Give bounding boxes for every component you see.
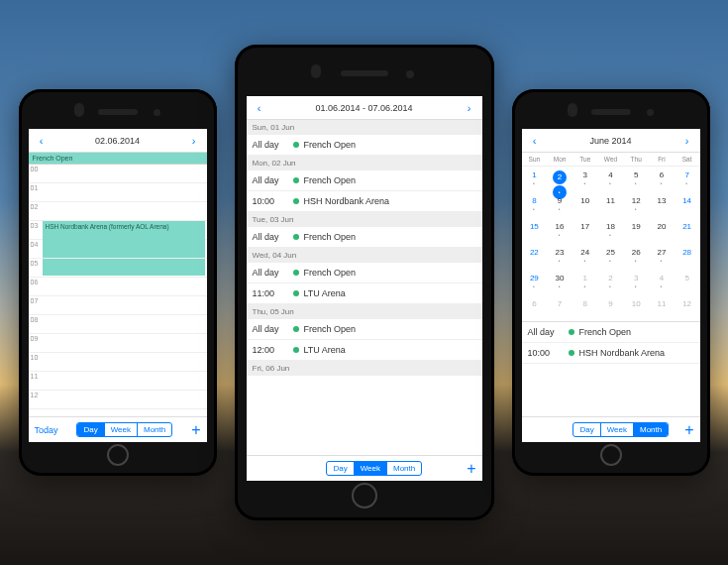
month-cell[interactable]: 20	[649, 218, 675, 244]
month-cell[interactable]: 13	[649, 192, 675, 218]
tab-month[interactable]: Month	[386, 462, 421, 475]
hour-row[interactable]: 00	[29, 165, 207, 183]
month-cell[interactable]: 21	[675, 218, 700, 244]
hour-row[interactable]: 11	[29, 372, 207, 391]
event-time: All day	[253, 324, 288, 334]
week-event-row[interactable]: 12:00LTU Arena	[247, 340, 482, 361]
month-cell[interactable]: 17	[572, 218, 598, 244]
week-section-header: Sun, 01 Jun	[247, 120, 482, 135]
add-button[interactable]: +	[684, 421, 693, 439]
month-cell[interactable]: 1•	[572, 270, 598, 295]
hour-row[interactable]: 12	[29, 391, 207, 409]
month-cell[interactable]: 7	[547, 295, 572, 321]
month-event-row[interactable]: 10:00HSH Nordbank Arena	[522, 343, 700, 364]
month-cell[interactable]: 6•	[649, 167, 675, 192]
month-cell[interactable]: 10	[623, 295, 649, 321]
event-title: French Open	[304, 175, 357, 185]
tab-week[interactable]: Week	[104, 423, 137, 436]
month-cell[interactable]: 22	[522, 244, 548, 270]
next-button[interactable]: ›	[679, 134, 693, 148]
month-cell[interactable]: 6	[522, 295, 548, 321]
add-button[interactable]: +	[191, 421, 200, 439]
month-cell[interactable]: 3•	[623, 270, 649, 295]
month-cell[interactable]: 11	[649, 295, 675, 321]
hour-row[interactable]: 08	[29, 315, 207, 334]
event-time: All day	[253, 232, 288, 242]
home-button[interactable]	[600, 444, 622, 466]
month-header: ‹ June 2014 ›	[522, 129, 700, 153]
allday-event[interactable]: French Open	[29, 153, 207, 165]
hour-row[interactable]: 07	[29, 296, 207, 315]
today-button[interactable]: Today	[35, 425, 58, 435]
event-time: 10:00	[528, 348, 564, 358]
month-cell[interactable]: 7•	[675, 167, 700, 192]
month-cell[interactable]: 1•	[522, 167, 548, 192]
week-event-row[interactable]: All dayFrench Open	[247, 135, 482, 156]
week-event-row[interactable]: All dayFrench Open	[247, 319, 482, 340]
month-cell[interactable]: 10	[572, 192, 598, 218]
hour-row[interactable]: 09	[29, 334, 207, 353]
week-event-row[interactable]: All dayFrench Open	[247, 263, 482, 283]
month-cell[interactable]: 29•	[522, 270, 548, 295]
month-cell[interactable]: 18•	[598, 218, 624, 244]
tab-month[interactable]: Month	[137, 423, 171, 436]
prev-button[interactable]: ‹	[528, 134, 542, 148]
prev-button[interactable]: ‹	[253, 101, 266, 115]
month-cell[interactable]: 30•	[547, 270, 572, 295]
month-cell[interactable]: 24•	[572, 244, 598, 270]
month-cell[interactable]: 23•	[547, 244, 572, 270]
month-cell[interactable]: 2•	[547, 167, 572, 192]
month-cell[interactable]: 8	[572, 295, 598, 321]
week-event-row[interactable]: All dayFrench Open	[247, 170, 482, 191]
month-cell[interactable]: 12	[675, 295, 700, 321]
hour-row[interactable]: 03HSH Nordbank Arena (formerly AOL Arena…	[29, 221, 207, 240]
month-cell[interactable]: 3•	[572, 167, 598, 192]
view-segmented: DayWeekMonth	[326, 461, 422, 476]
month-cell[interactable]: 11	[598, 192, 624, 218]
event-dot-icon	[293, 290, 299, 296]
month-cell[interactable]: 9	[598, 295, 624, 321]
week-event-row[interactable]: All dayFrench Open	[247, 227, 482, 248]
hour-row[interactable]: 05	[29, 259, 207, 278]
month-cell[interactable]: 5•	[623, 167, 649, 192]
month-cell[interactable]: 16•	[547, 218, 572, 244]
hour-row[interactable]: 01	[29, 183, 207, 202]
month-cell[interactable]: 2•	[598, 270, 624, 295]
hour-row[interactable]: 02	[29, 202, 207, 221]
event-title: French Open	[304, 140, 357, 150]
tab-month[interactable]: Month	[633, 423, 668, 436]
add-button[interactable]: +	[467, 460, 475, 478]
week-event-row[interactable]: 11:00LTU Arena	[247, 283, 482, 304]
tab-day[interactable]: Day	[573, 423, 599, 436]
month-cell[interactable]: 27•	[649, 244, 675, 270]
month-cell[interactable]: 19	[623, 218, 649, 244]
hour-row[interactable]: 04	[29, 240, 207, 259]
month-cell[interactable]: 4•	[598, 167, 624, 192]
weekday-label: Tue	[572, 153, 598, 167]
month-cell[interactable]: 14	[675, 192, 700, 218]
weekday-label: Thu	[623, 153, 649, 167]
tab-week[interactable]: Week	[600, 423, 633, 436]
month-event-row[interactable]: All dayFrench Open	[522, 322, 700, 343]
tab-day[interactable]: Day	[327, 462, 353, 475]
month-cell[interactable]: 4•	[649, 270, 675, 295]
month-cell[interactable]: 12•	[623, 192, 649, 218]
week-event-row[interactable]: 10:00HSH Nordbank Arena	[247, 191, 482, 212]
event-dot-icon	[569, 350, 574, 356]
home-button[interactable]	[107, 444, 129, 466]
month-cell[interactable]: 25•	[598, 244, 624, 270]
month-cell[interactable]: 26•	[623, 244, 649, 270]
month-cell[interactable]: 28	[675, 244, 700, 270]
month-cell[interactable]: 15	[522, 218, 548, 244]
next-button[interactable]: ›	[463, 101, 476, 115]
month-cell[interactable]: 8•	[522, 192, 548, 218]
home-button[interactable]	[352, 483, 377, 508]
month-cell[interactable]: 9•	[547, 192, 572, 218]
tab-week[interactable]: Week	[354, 462, 386, 475]
hour-row[interactable]: 10	[29, 353, 207, 372]
next-button[interactable]: ›	[186, 134, 200, 148]
prev-button[interactable]: ‹	[35, 134, 49, 148]
tab-day[interactable]: Day	[77, 423, 103, 436]
month-cell[interactable]: 5	[675, 270, 700, 295]
hour-row[interactable]: 06	[29, 278, 207, 296]
